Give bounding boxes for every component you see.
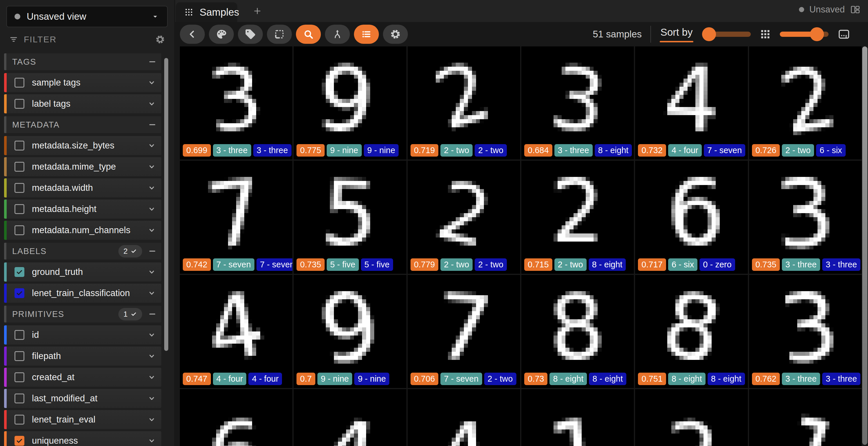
collapse-section-icon[interactable] <box>148 120 157 129</box>
grid-squares-icon[interactable] <box>760 28 771 40</box>
sample-tile[interactable]: 0.7262 - two6 - six <box>749 46 862 159</box>
tag-samples-button[interactable] <box>238 25 263 44</box>
patches-button[interactable] <box>267 25 292 44</box>
uniqueness-chip[interactable]: 0.717 <box>638 258 666 271</box>
uniqueness-chip[interactable]: 0.735 <box>297 258 324 271</box>
uniqueness-chip[interactable]: 0.751 <box>638 373 666 385</box>
chevron-down-icon[interactable] <box>147 289 156 297</box>
chevron-down-icon[interactable] <box>147 268 156 276</box>
section-header-tags[interactable]: TAGS <box>4 53 161 70</box>
sample-tile[interactable]: 0.7067 - seven2 - two <box>408 275 520 388</box>
field-checkbox[interactable] <box>14 267 24 277</box>
sample-tile[interactable]: 0.6993 - three3 - three <box>180 46 292 159</box>
chevron-down-icon[interactable] <box>147 205 156 214</box>
sidebar-field-uniqueness[interactable]: uniqueness <box>4 431 161 446</box>
uniqueness-chip[interactable]: 0.775 <box>297 144 324 157</box>
field-checkbox[interactable] <box>14 141 24 151</box>
resize-grid-icon[interactable] <box>837 28 850 41</box>
sidebar-field-id[interactable]: id <box>4 325 161 345</box>
uniqueness-chip[interactable]: 0.73 <box>524 373 548 385</box>
sample-tile[interactable] <box>749 389 862 446</box>
sort-by-button[interactable]: Sort by <box>660 26 693 42</box>
field-checkbox[interactable] <box>14 393 24 403</box>
prediction-chip[interactable]: 3 - three <box>822 258 861 271</box>
ground-truth-chip[interactable]: 8 - eight <box>550 373 587 385</box>
grid-scrollbar[interactable] <box>862 46 867 445</box>
collapse-section-icon[interactable] <box>148 310 157 318</box>
sidebar-field-lenet_train_classification[interactable]: lenet_train_classification <box>4 284 161 303</box>
prediction-chip[interactable]: 2 - two <box>475 258 507 271</box>
ground-truth-chip[interactable]: 7 - seven <box>213 258 254 271</box>
section-filter-badge[interactable]: 1 <box>118 308 142 320</box>
field-checkbox[interactable] <box>14 330 24 340</box>
field-checkbox[interactable] <box>14 225 24 235</box>
tab-samples[interactable]: Samples <box>176 2 237 22</box>
prediction-chip[interactable]: 2 - two <box>475 144 507 157</box>
uniqueness-chip[interactable]: 0.684 <box>524 144 552 157</box>
chevron-down-icon[interactable] <box>147 437 156 445</box>
view-selector[interactable]: Unsaved view <box>6 6 168 27</box>
ground-truth-chip[interactable]: 3 - three <box>554 144 593 157</box>
sidebar-field-label-tags[interactable]: label tags <box>4 94 161 114</box>
sample-tile[interactable] <box>293 389 406 446</box>
uniqueness-chip[interactable]: 0.699 <box>183 144 211 157</box>
uniqueness-chip[interactable]: 0.732 <box>638 144 666 157</box>
ground-truth-chip[interactable]: 3 - three <box>782 258 820 271</box>
ground-truth-chip[interactable]: 2 - two <box>554 258 587 271</box>
sidebar-field-metadata-num_channels[interactable]: metadata.num_channels <box>4 221 161 240</box>
ground-truth-chip[interactable]: 6 - six <box>668 258 698 271</box>
chevron-down-icon[interactable] <box>147 415 156 424</box>
ground-truth-chip[interactable]: 3 - three <box>213 144 251 157</box>
sample-tile[interactable]: 0.6843 - three8 - eight <box>521 46 634 159</box>
uniqueness-chip[interactable]: 0.719 <box>410 144 439 157</box>
uniqueness-chip[interactable]: 0.706 <box>410 373 439 385</box>
sample-tile[interactable]: 0.7792 - two2 - two <box>408 161 520 274</box>
uniqueness-chip[interactable]: 0.762 <box>752 373 780 385</box>
sidebar-field-metadata-size_bytes[interactable]: metadata.size_bytes <box>4 136 161 155</box>
layout-panels-icon[interactable] <box>850 4 861 15</box>
sample-tile[interactable] <box>180 389 292 446</box>
sample-tile[interactable]: 0.7353 - three3 - three <box>749 161 862 274</box>
slider-knob[interactable] <box>810 27 824 41</box>
chevron-down-icon[interactable] <box>147 373 156 382</box>
sample-tile[interactable] <box>408 389 520 446</box>
ground-truth-chip[interactable]: 2 - two <box>782 144 814 157</box>
uniqueness-chip[interactable]: 0.735 <box>752 258 780 271</box>
color-settings-button[interactable] <box>209 25 234 44</box>
sidebar-field-ground_truth[interactable]: ground_truth <box>4 262 161 282</box>
collapse-section-icon[interactable] <box>148 247 157 255</box>
uniqueness-chip[interactable]: 0.715 <box>524 258 552 271</box>
sample-tile[interactable]: 0.7324 - four7 - seven <box>635 46 748 159</box>
prediction-chip[interactable]: 8 - eight <box>595 144 632 157</box>
ground-truth-chip[interactable]: 5 - five <box>327 258 359 271</box>
ground-truth-chip[interactable]: 8 - eight <box>668 373 706 385</box>
sidebar-field-metadata-width[interactable]: metadata.width <box>4 178 161 197</box>
collapse-section-icon[interactable] <box>148 57 157 66</box>
prediction-chip[interactable]: 3 - three <box>822 373 861 385</box>
ground-truth-chip[interactable]: 2 - two <box>440 258 473 271</box>
sidebar-field-sample-tags[interactable]: sample tags <box>4 73 161 92</box>
sample-tile[interactable]: 0.7427 - seven7 - seven <box>180 161 292 274</box>
sample-tile[interactable]: 0.79 - nine9 - nine <box>293 275 406 388</box>
sample-tile[interactable]: 0.738 - eight8 - eight <box>521 275 634 388</box>
prediction-chip[interactable]: 8 - eight <box>589 373 626 385</box>
prediction-chip[interactable]: 8 - eight <box>589 258 626 271</box>
sample-tile[interactable]: 0.7192 - two2 - two <box>408 46 520 159</box>
field-checkbox[interactable] <box>14 99 24 109</box>
prediction-chip[interactable]: 7 - seven <box>256 258 292 271</box>
prediction-chip[interactable]: 9 - nine <box>354 373 389 385</box>
sidebar-field-filepath[interactable]: filepath <box>4 347 161 366</box>
prediction-chip[interactable]: 0 - zero <box>700 258 735 271</box>
sidebar-field-lenet_train_eval[interactable]: lenet_train_eval <box>4 410 161 429</box>
settings-button[interactable] <box>383 25 408 44</box>
uniqueness-chip[interactable]: 0.7 <box>297 373 315 385</box>
uniqueness-chip[interactable]: 0.742 <box>183 258 211 271</box>
ground-truth-chip[interactable]: 9 - nine <box>327 144 362 157</box>
zoom-slider[interactable] <box>780 32 829 37</box>
uniqueness-chip[interactable]: 0.747 <box>183 373 211 385</box>
sidebar-field-created_at[interactable]: created_at <box>4 368 161 387</box>
sample-tile[interactable]: 0.7518 - eight8 - eight <box>635 275 748 388</box>
uniqueness-chip[interactable]: 0.726 <box>752 144 780 157</box>
field-checkbox[interactable] <box>14 372 24 382</box>
chevron-down-icon[interactable] <box>147 99 156 108</box>
